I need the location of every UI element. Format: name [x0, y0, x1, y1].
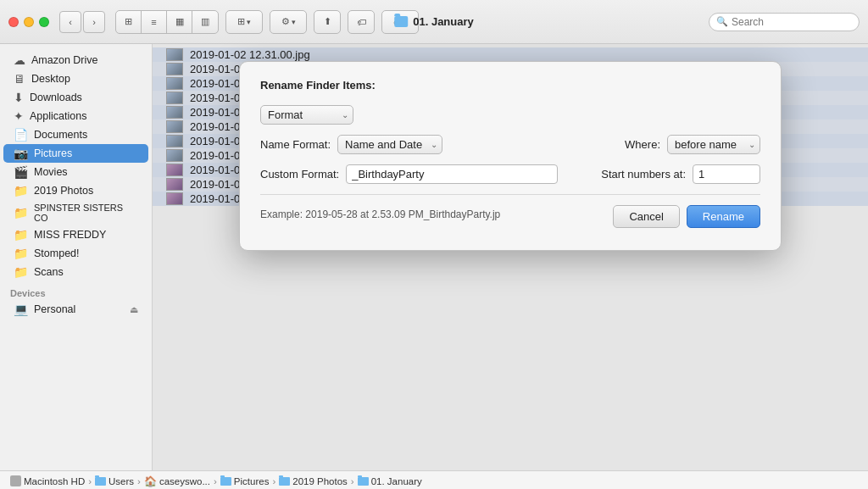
start-numbers-input[interactable] [693, 164, 760, 184]
breadcrumb-pictures[interactable]: Pictures [220, 476, 270, 486]
folder-icon-bc-users [95, 477, 106, 486]
folder-icon-bc-january [358, 477, 369, 486]
home-icon: 🏠 [144, 475, 157, 487]
tag-controls: 🏷 [348, 10, 375, 34]
movies-icon: 🎬 [14, 165, 28, 179]
format-select[interactable]: Format [260, 105, 353, 125]
sidebar-item-stomped[interactable]: 📁 Stomped! [3, 244, 148, 263]
hd-icon [10, 475, 21, 486]
bc-sep-1: › [88, 476, 92, 486]
sidebar-item-pictures[interactable]: 📷 Pictures [3, 144, 148, 163]
dialog-nameformat-row: Name Format: Name and Date Where: before… [260, 135, 760, 154]
rename-dialog: Rename Finder Items: Format Name Format:… [239, 61, 782, 251]
dialog-format-row: Format [260, 105, 760, 125]
traffic-lights [8, 17, 49, 27]
where-select[interactable]: before name [667, 135, 760, 154]
custom-format-input[interactable] [346, 164, 558, 184]
where-label: Where: [625, 138, 660, 151]
fullscreen-button[interactable] [39, 17, 49, 27]
arrange-controls: ⊞ ▾ [225, 10, 263, 34]
search-icon: 🔍 [716, 16, 728, 27]
sidebar-item-applications[interactable]: ✦ Applications [3, 107, 148, 125]
personal-icon: 💻 [14, 303, 28, 316]
folder-icon-1: 📁 [14, 184, 28, 197]
name-format-label: Name Format: [260, 138, 331, 151]
folder-icon-2: 📁 [14, 206, 28, 219]
icon-view-button[interactable]: ⊞ [116, 11, 142, 33]
breadcrumb-users[interactable]: Users [95, 476, 134, 486]
breadcrumb-2019photos[interactable]: 2019 Photos [279, 476, 348, 486]
folder-icon-5: 📁 [14, 265, 28, 279]
devices-section-label: Devices [0, 281, 152, 300]
list-view-button[interactable]: ≡ [142, 11, 167, 33]
desktop-icon: 🖥 [14, 72, 25, 86]
sidebar-item-scans[interactable]: 📁 Scans [3, 263, 148, 281]
sidebar-item-miss-freddy[interactable]: 📁 MISS FREDDY [3, 225, 148, 244]
pictures-icon: 📷 [14, 147, 28, 160]
sidebar-item-personal[interactable]: 💻 Personal ⏏ [3, 300, 148, 319]
sidebar-item-amazon-drive[interactable]: ☁ Amazon Drive [3, 51, 148, 69]
folder-icon-4: 📁 [14, 247, 28, 260]
where-select-wrap[interactable]: before name [667, 135, 760, 154]
folder-icon-3: 📁 [14, 228, 28, 242]
dialog-example: Example: 2019-05-28 at 2.53.09 PM_Birthd… [260, 194, 760, 233]
view-controls: ⊞ ≡ ▦ ▥ [115, 10, 219, 34]
eject-icon[interactable]: ⏏ [130, 304, 138, 315]
sidebar-item-2019photos[interactable]: 📁 2019 Photos [3, 181, 148, 200]
main-layout: ☁ Amazon Drive 🖥 Desktop ⬇ Downloads ✦ A… [0, 44, 868, 470]
column-view-button[interactable]: ▦ [167, 11, 192, 33]
dialog-buttons: Cancel Rename [613, 205, 760, 228]
sidebar: ☁ Amazon Drive 🖥 Desktop ⬇ Downloads ✦ A… [0, 44, 153, 470]
downloads-icon: ⬇ [14, 91, 24, 104]
name-format-select-wrap[interactable]: Name and Date [337, 135, 442, 154]
action-controls: ⚙ ▾ [270, 10, 307, 34]
cloud-icon: ☁ [14, 53, 25, 67]
minimize-button[interactable] [24, 17, 34, 27]
content-area: 2019-01-02 12.31.00.jpg2019-01-02 13.39.… [153, 44, 868, 470]
bc-sep-4: › [272, 476, 275, 486]
dialog-overlay: Rename Finder Items: Format Name Format:… [153, 44, 868, 470]
applications-icon: ✦ [14, 109, 24, 123]
custom-format-label: Custom Format: [260, 168, 339, 181]
arrange-button[interactable]: ⊞ ▾ [226, 11, 262, 33]
documents-icon: 📄 [14, 128, 28, 142]
example-text: Example: 2019-05-28 at 2.53.09 PM_Birthd… [260, 208, 500, 220]
format-select-wrap[interactable]: Format [260, 105, 353, 125]
window-title: 01. January [394, 15, 474, 28]
titlebar: ‹ › ⊞ ≡ ▦ ▥ ⊞ ▾ ⚙ ▾ ⬆ 🏷 ∞ ▾ 01. January … [0, 0, 868, 44]
sidebar-item-documents[interactable]: 📄 Documents [3, 125, 148, 144]
share-button[interactable]: ⬆ [314, 11, 340, 33]
cancel-button[interactable]: Cancel [613, 205, 679, 228]
gallery-view-button[interactable]: ▥ [192, 11, 218, 33]
breadcrumb-january[interactable]: 01. January [358, 476, 422, 486]
dialog-title: Rename Finder Items: [260, 79, 760, 92]
title-folder-icon [394, 16, 408, 27]
forward-button[interactable]: › [83, 11, 105, 33]
tag-button[interactable]: 🏷 [348, 11, 374, 33]
action-button[interactable]: ⚙ ▾ [270, 11, 306, 33]
close-button[interactable] [8, 17, 19, 27]
bc-sep-5: › [351, 476, 354, 486]
rename-button[interactable]: Rename [687, 205, 760, 228]
folder-icon-bc-pictures [220, 477, 231, 486]
sidebar-item-downloads[interactable]: ⬇ Downloads [3, 88, 148, 107]
folder-icon-bc-2019 [279, 477, 290, 486]
sidebar-item-spinster[interactable]: 📁 SPINSTER SISTERS CO [3, 200, 148, 225]
sidebar-item-desktop[interactable]: 🖥 Desktop [3, 69, 148, 88]
share-controls: ⬆ [314, 10, 341, 34]
name-format-select[interactable]: Name and Date [337, 135, 442, 154]
sidebar-item-movies[interactable]: 🎬 Movies [3, 163, 148, 181]
back-button[interactable]: ‹ [59, 11, 81, 33]
nav-buttons: ‹ › [59, 11, 105, 33]
bc-sep-3: › [214, 476, 217, 486]
search-bar[interactable]: 🔍 [709, 13, 860, 31]
breadcrumb-bar: Macintosh HD › Users › 🏠 caseyswo... › P… [0, 470, 868, 489]
bc-sep-2: › [137, 476, 141, 486]
start-numbers-label: Start numbers at: [601, 168, 686, 181]
breadcrumb-macintosh-hd[interactable]: Macintosh HD [10, 475, 85, 486]
search-input[interactable] [732, 16, 852, 28]
dialog-bottom-row: Example: 2019-05-28 at 2.53.09 PM_Birthd… [260, 200, 760, 228]
breadcrumb-home[interactable]: 🏠 caseyswo... [144, 475, 210, 487]
dialog-customformat-row: Custom Format: Start numbers at: [260, 164, 760, 184]
